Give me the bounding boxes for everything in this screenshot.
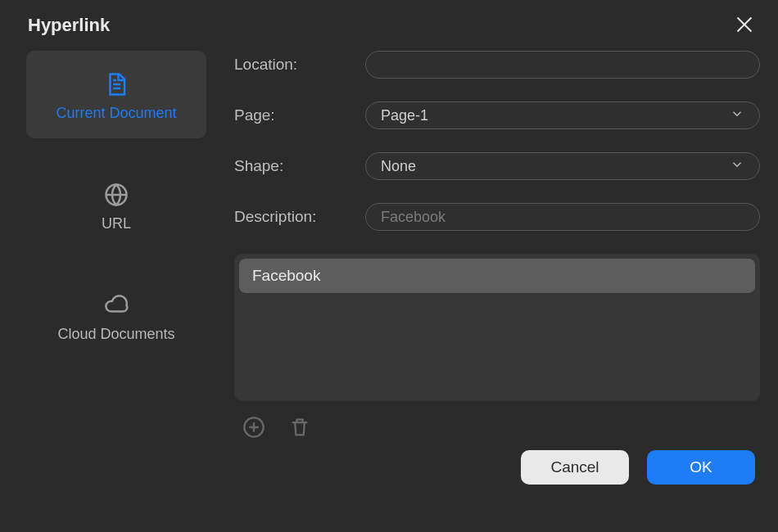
dialog-title: Hyperlink	[28, 15, 110, 36]
sidebar-item-url[interactable]: URL	[26, 161, 206, 249]
cloud-icon	[104, 293, 129, 318]
sidebar-item-current-document[interactable]: Current Document	[26, 51, 206, 138]
add-link-button[interactable]	[242, 416, 265, 439]
list-item[interactable]: Facebook	[239, 259, 755, 293]
form-panel: Location: Page: Page-1 Shape: None	[234, 51, 760, 485]
cancel-button[interactable]: Cancel	[521, 450, 629, 485]
sidebar-item-label: Cloud Documents	[57, 326, 174, 343]
location-input[interactable]	[365, 51, 760, 79]
description-input[interactable]	[365, 203, 760, 231]
page-select[interactable]: Page-1	[365, 101, 760, 129]
chevron-down-icon	[730, 157, 744, 176]
title-bar: Hyperlink	[0, 0, 778, 43]
chevron-down-icon	[730, 106, 744, 125]
document-icon	[104, 72, 129, 97]
shape-select-value: None	[381, 158, 416, 175]
sidebar-item-label: URL	[102, 215, 131, 232]
page-select-value: Page-1	[381, 107, 428, 124]
shape-label: Shape:	[234, 157, 349, 175]
list-item-label: Facebook	[252, 267, 320, 284]
delete-link-button[interactable]	[288, 416, 311, 439]
description-label: Description:	[234, 208, 349, 226]
globe-icon	[104, 183, 129, 207]
shape-select[interactable]: None	[365, 152, 760, 180]
dialog-footer: Cancel OK	[234, 450, 760, 485]
list-tools	[234, 416, 760, 439]
page-label: Page:	[234, 106, 349, 124]
location-label: Location:	[234, 56, 349, 74]
hyperlink-type-sidebar: Current Document URL Cloud Document	[26, 51, 206, 485]
links-list: Facebook	[234, 254, 760, 401]
close-button[interactable]	[734, 15, 755, 36]
sidebar-item-cloud-documents[interactable]: Cloud Documents	[26, 272, 206, 359]
hyperlink-dialog: Hyperlink Current Document	[0, 0, 778, 532]
sidebar-item-label: Current Document	[56, 105, 176, 122]
ok-button[interactable]: OK	[647, 450, 755, 485]
